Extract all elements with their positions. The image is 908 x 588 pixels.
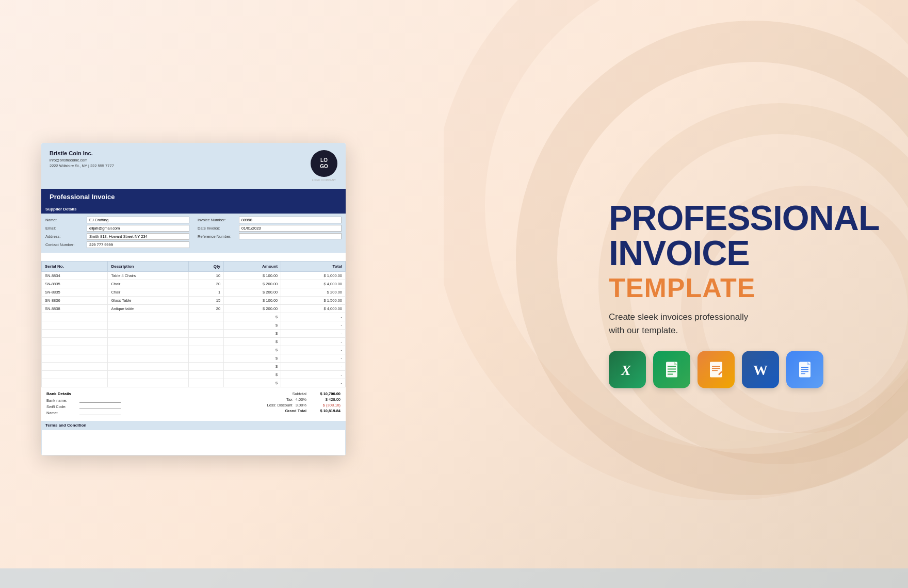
- terms-body: [41, 430, 346, 455]
- grand-total-row: Grand Total $ 10,819.84: [285, 409, 340, 413]
- pages-icon[interactable]: [698, 351, 735, 388]
- svg-rect-9: [668, 374, 673, 375]
- supplier-left: Name: EJ Crafting Email: elijah@gmail.co…: [41, 214, 193, 253]
- svg-rect-7: [668, 369, 676, 370]
- invoice-header: Bristle Coin Inc. info@bristlecoinc.com …: [41, 143, 346, 189]
- cell-qty: 10: [189, 272, 224, 280]
- table-empty-row: $ -: [42, 379, 346, 387]
- col-amount: Amount: [224, 262, 281, 272]
- cell-qty: 1: [189, 288, 224, 297]
- cell-desc: Table 4 Chairs: [108, 272, 189, 280]
- table-empty-row: $ -: [42, 346, 346, 354]
- invoice-footer: Bank Details Bank name: Swift Code: Name…: [41, 387, 346, 421]
- promo-title-line3: TEMPLATE: [609, 272, 877, 303]
- svg-rect-8: [668, 371, 676, 372]
- word-icon[interactable]: W: [742, 351, 779, 388]
- subtotal-label: Subtotal: [292, 391, 306, 396]
- date-row: Date Invoice: 01/01/2023: [198, 225, 342, 232]
- cell-desc: Antique table: [108, 305, 189, 313]
- table-empty-row: $ -: [42, 371, 346, 379]
- supplier-section-header: Supplier Details: [41, 205, 346, 214]
- table-header-row: Serial No. Description Qty Amount Total: [42, 262, 346, 272]
- svg-rect-6: [668, 366, 676, 367]
- cell-desc: Chair: [108, 280, 189, 288]
- reference-value: [239, 233, 342, 239]
- swift-line: [79, 405, 121, 409]
- col-total: Total: [281, 262, 346, 272]
- cell-serial: SN-8838: [42, 305, 108, 313]
- grand-value: $ 10,819.84: [310, 409, 340, 413]
- app-icons-grid: X: [609, 351, 877, 388]
- supplier-email-row: Email: elijah@gmail.com: [45, 225, 189, 232]
- swift-label: Swift Code:: [46, 404, 77, 409]
- cell-serial: SN-8834: [42, 272, 108, 280]
- col-qty: Qty: [189, 262, 224, 272]
- col-description: Description: [108, 262, 189, 272]
- cell-total: $ 1,000.00: [281, 272, 346, 280]
- totals-section: Subtotal $ 10,700.00 Tax 4.00% $ 428.00 …: [193, 391, 340, 417]
- promo-title-line1: PROFESSIONAL: [609, 200, 877, 235]
- cell-serial: SN-8835: [42, 280, 108, 288]
- svg-text:X: X: [621, 362, 631, 378]
- table-row: SN-8838 Antique table 20 $ 200.00 $ 4,00…: [42, 305, 346, 313]
- cell-serial: SN-8836: [42, 297, 108, 305]
- contact-label: Contact Number:: [45, 242, 87, 247]
- date-label: Date Invoice:: [198, 226, 239, 231]
- reference-label: Reference Number:: [198, 234, 239, 239]
- cell-amount: $ 100.00: [224, 297, 281, 305]
- email-label: Email:: [45, 226, 87, 231]
- invoice-number-row: Invoice Number: 88998: [198, 217, 342, 223]
- cell-amount: $ 100.00: [224, 272, 281, 280]
- table-empty-row: $ -: [42, 330, 346, 338]
- discount-value: $ (308.16): [310, 403, 340, 407]
- bank-person-name-row: Name:: [46, 411, 193, 415]
- cell-total: $ 1,500.00: [281, 297, 346, 305]
- invoice-number-value: 88998: [239, 217, 342, 223]
- logo-company-label: LOGO COMPANY: [311, 178, 337, 182]
- address-label: Address:: [45, 234, 87, 239]
- bank-person-name-label: Name:: [46, 411, 77, 415]
- table-row: SN-8835 Chair 20 $ 200.00 $ 4,000.00: [42, 280, 346, 288]
- cell-amount: $ 200.00: [224, 280, 281, 288]
- promo-panel: PROFESSIONAL INVOICE TEMPLATE Create sle…: [609, 200, 877, 388]
- bottom-strip: [0, 568, 908, 588]
- terms-header: Terms and Condition: [41, 421, 346, 430]
- company-info: Bristle Coin Inc. info@bristlecoinc.com …: [50, 150, 114, 169]
- company-logo: LO GO: [311, 150, 337, 177]
- svg-text:W: W: [753, 362, 768, 378]
- name-label: Name:: [45, 218, 87, 222]
- tax-label: Tax: [286, 397, 293, 402]
- supplier-name-row: Name: EJ Crafting: [45, 217, 189, 223]
- table-row: SN-8835 Chair 1 $ 200.00 $ 200.00: [42, 288, 346, 297]
- excel-icon[interactable]: X: [609, 351, 646, 388]
- cell-total: $ 200.00: [281, 288, 346, 297]
- table-row: SN-8836 Glass Table 15 $ 100.00 $ 1,500.…: [42, 297, 346, 305]
- cell-amount: $ 200.00: [224, 288, 281, 297]
- bank-name-line: [79, 399, 121, 403]
- invoice-title-bar: Professional Invoice: [41, 189, 346, 205]
- invoice-wrapper: Bristle Coin Inc. info@bristlecoinc.com …: [41, 143, 346, 455]
- company-address: 2222 Willshire St., NY | 222 555 7777: [50, 163, 114, 169]
- col-serial: Serial No.: [42, 262, 108, 272]
- google-sheets-icon[interactable]: [653, 351, 690, 388]
- grand-label: Grand Total: [285, 409, 306, 413]
- cell-desc: Glass Table: [108, 297, 189, 305]
- table-row: SN-8834 Table 4 Chairs 10 $ 100.00 $ 1,0…: [42, 272, 346, 280]
- contact-value: 229 777 9999: [87, 241, 189, 248]
- company-email: info@bristlecoinc.com: [50, 157, 114, 163]
- cell-serial: SN-8835: [42, 288, 108, 297]
- items-table: Serial No. Description Qty Amount Total …: [41, 261, 346, 387]
- supplier-body: Name: EJ Crafting Email: elijah@gmail.co…: [41, 214, 346, 253]
- address-value: Smith 813, Howard Street NY 234: [87, 233, 189, 240]
- discount-row: Less: Discount 3.00% $ (308.16): [267, 403, 340, 407]
- cell-qty: 20: [189, 280, 224, 288]
- swift-row: Swift Code:: [46, 404, 193, 409]
- supplier-contact-row: Contact Number: 229 777 9999: [45, 241, 189, 248]
- tax-row: Tax 4.00% $ 428.00: [286, 397, 340, 402]
- google-docs-icon[interactable]: [786, 351, 823, 388]
- subtotal-row: Subtotal $ 10,700.00: [292, 391, 340, 396]
- cell-qty: 20: [189, 305, 224, 313]
- reference-row: Reference Number:: [198, 233, 342, 239]
- invoice-number-label: Invoice Number:: [198, 218, 239, 222]
- supplier-address-row: Address: Smith 813, Howard Street NY 234: [45, 233, 189, 240]
